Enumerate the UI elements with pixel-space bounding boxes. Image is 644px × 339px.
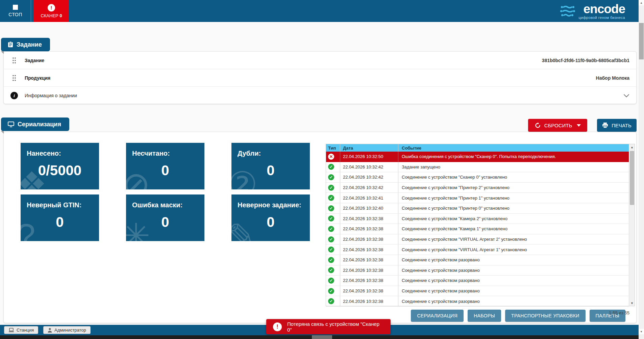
- event-type-cell: ✓ ✕: [326, 224, 340, 234]
- event-text-cell: Соединение с устройством разорвано: [398, 255, 629, 265]
- event-table-row[interactable]: ✓ ✕ 22.04.2026 10:32:38 Соединение с уст…: [326, 286, 629, 296]
- event-text-cell: Соединение с устройством "Принтер 2" уст…: [398, 183, 629, 193]
- event-table-row[interactable]: ✓ ✕ 22.04.2026 10:32:50 Ошибка соединени…: [326, 152, 629, 162]
- chevron-down-icon[interactable]: [623, 94, 629, 98]
- event-table-header: Тип Дата Событие: [326, 144, 635, 152]
- stat-tile: ⊘ Несчитано: 0: [126, 143, 204, 189]
- stat-tile-label: Неверное задание:: [238, 201, 301, 209]
- station-button-label: Станция: [17, 328, 34, 333]
- scroll-down-icon[interactable]: ▼: [639, 329, 644, 334]
- footer-nav-button[interactable]: ТРАНСПОРТНЫЕ УПАКОВКИ: [505, 310, 586, 322]
- stat-tile-label: Ошибка маски:: [132, 201, 182, 209]
- event-type-cell: ✓ ✕: [326, 244, 340, 255]
- logo-tagline: цифровой геном бизнеса: [578, 16, 625, 20]
- product-value: Набор Молока: [596, 75, 636, 81]
- event-text-cell: Соединение с устройством "Принтер 0" уст…: [398, 203, 629, 213]
- table-scrollbar[interactable]: ▲ ▼: [629, 144, 635, 306]
- event-type-cell: ✓ ✕: [326, 193, 340, 203]
- event-table-row[interactable]: ✓ ✕ 22.04.2026 10:32:38 Соединение с уст…: [326, 265, 629, 276]
- event-type-cell: ✓ ✕: [326, 296, 340, 306]
- dna-logo-icon: [560, 4, 575, 19]
- drag-handle-icon[interactable]: [12, 57, 16, 64]
- task-id-row[interactable]: Задание 381b0bcf-2fd6-11f0-9a0b-6805caf3…: [4, 52, 636, 69]
- reset-button-label: СБРОСИТЬ: [544, 123, 572, 128]
- footer-buttons: СЕРИАЛИЗАЦИЯ НАБОРЫ ТРАНСПОРТНЫЕ УПАКОВК…: [411, 310, 625, 322]
- page-scrollbar-thumb[interactable]: [639, 23, 644, 59]
- event-table-row[interactable]: ✓ ✕ 22.04.2026 10:32:40 Соединение с уст…: [326, 203, 629, 214]
- reset-button[interactable]: СБРОСИТЬ: [528, 119, 587, 132]
- scanner-alert-button[interactable]: ! СКАНЕР 0: [34, 0, 69, 22]
- success-check-icon: ✓: [328, 236, 334, 242]
- connection-lost-toast[interactable]: ! Потеряна связь с устройством "Сканер 0…: [266, 319, 391, 334]
- stat-tile-value: 0: [126, 214, 204, 230]
- event-type-cell: ✓ ✕: [326, 214, 340, 224]
- error-cross-icon: ✕: [328, 154, 334, 160]
- taskbar-edge: [0, 335, 644, 339]
- table-scrollbar-thumb[interactable]: [630, 151, 634, 205]
- task-section-tab[interactable]: Задание: [1, 38, 50, 51]
- scroll-up-icon[interactable]: ▲: [629, 144, 635, 150]
- serialization-section-title: Сериализация: [18, 121, 61, 128]
- station-button[interactable]: Станция: [4, 326, 38, 334]
- event-table-row[interactable]: ✓ ✕ 22.04.2026 10:32:38 Соединение с уст…: [326, 224, 629, 234]
- event-table-row[interactable]: ✓ ✕ 22.04.2026 10:32:38 Соединение с уст…: [326, 244, 629, 255]
- event-table-row[interactable]: ✓ ✕ 22.04.2026 10:32:42 Соединение с уст…: [326, 172, 629, 183]
- task-info-row[interactable]: i Информация о задании: [4, 87, 636, 104]
- product-row[interactable]: Продукция Набор Молока: [4, 69, 636, 87]
- scroll-up-icon[interactable]: ▲: [639, 0, 644, 5]
- event-text-cell: Соединение с устройством "VIRTUAL Агрега…: [398, 244, 629, 255]
- event-date-cell: 22.04.2026 10:32:38: [340, 286, 398, 296]
- info-icon: i: [10, 92, 18, 99]
- event-table-row[interactable]: ✓ ✕ 22.04.2026 10:32:38 Соединение с уст…: [326, 234, 629, 245]
- stop-button[interactable]: СТОП: [0, 0, 31, 22]
- event-text-cell: Соединение с устройством "Принтер 1" уст…: [398, 193, 629, 203]
- printer-icon: [602, 123, 608, 128]
- footer-nav-button[interactable]: НАБОРЫ: [468, 310, 501, 322]
- column-header-event: Событие: [398, 144, 635, 152]
- stat-tile: ? Неверный GTIN: 0: [21, 194, 99, 241]
- stat-tile-value: 0: [126, 162, 204, 179]
- top-toolbar: СТОП ! СКАНЕР 0 encode цифровой геном би…: [0, 0, 639, 22]
- stat-tile-label: Дубли:: [238, 150, 261, 157]
- event-table-row[interactable]: ✓ ✕ 22.04.2026 10:32:38 Соединение с уст…: [326, 255, 629, 265]
- event-date-cell: 22.04.2026 10:32:38: [340, 296, 398, 306]
- event-table-row[interactable]: ✓ ✕ 22.04.2026 10:32:38 Соединение с уст…: [326, 214, 629, 224]
- event-date-cell: 22.04.2026 10:32:38: [340, 234, 398, 244]
- serialization-card: ❖ Нанесено: 0/5000 ⊘ Несчитано: 0 ② Дубл…: [3, 132, 637, 323]
- event-table-row[interactable]: ✓ ✕ 22.04.2026 10:32:42 Соединение с уст…: [326, 183, 629, 193]
- dropdown-caret-icon: [577, 124, 581, 127]
- event-date-cell: 22.04.2026 10:32:50: [340, 152, 398, 162]
- event-table-row[interactable]: ✓ ✕ 22.04.2026 10:32:38 Соединение с уст…: [326, 296, 629, 307]
- event-table-row[interactable]: ✓ ✕ 22.04.2026 10:32:41 Соединение с уст…: [326, 193, 629, 203]
- encode-logo: encode цифровой геном бизнеса: [560, 3, 625, 20]
- scanner-button-label: СКАНЕР 0: [41, 13, 62, 18]
- event-table-row[interactable]: ✓ ✕ 22.04.2026 10:32:38 Соединение с уст…: [326, 276, 629, 286]
- success-check-icon: ✓: [328, 226, 334, 232]
- success-check-icon: ✓: [328, 246, 334, 253]
- user-button[interactable]: Администратор: [43, 326, 91, 334]
- event-date-cell: 22.04.2026 10:32:38: [340, 255, 398, 265]
- scroll-down-icon[interactable]: ▼: [629, 300, 635, 306]
- stat-tile-label: Нанесено:: [27, 150, 61, 157]
- task-card: Задание 381b0bcf-2fd6-11f0-9a0b-6805caf3…: [3, 51, 637, 104]
- product-row-label: Продукция: [25, 75, 50, 81]
- taskbar-edge-segment: [312, 335, 332, 339]
- stat-tile: ❖ Нанесено: 0/5000: [21, 143, 99, 189]
- success-check-icon: ✓: [328, 195, 334, 201]
- drag-handle-icon[interactable]: [12, 75, 16, 81]
- refresh-icon: [535, 122, 541, 129]
- scanner-count: 0: [59, 13, 62, 18]
- clipboard-icon: [8, 42, 13, 48]
- serialization-section-tab[interactable]: Сериализация: [1, 118, 69, 131]
- event-date-cell: 22.04.2026 10:32:42: [340, 172, 398, 182]
- event-table-row[interactable]: ✓ ✕ 22.04.2026 10:32:42 Задание запущено: [326, 162, 629, 173]
- event-date-cell: 22.04.2026 10:32:38: [340, 244, 398, 255]
- footer-nav-button[interactable]: СЕРИАЛИЗАЦИЯ: [411, 310, 464, 322]
- page-scrollbar[interactable]: ▲ ▼: [639, 0, 644, 339]
- print-button[interactable]: ПЕЧАТЬ: [597, 119, 637, 132]
- exclamation-icon: !: [273, 322, 282, 331]
- event-date-cell: 22.04.2026 10:32:38: [340, 224, 398, 234]
- stat-tile: ② Дубли: 0: [231, 143, 310, 189]
- success-check-icon: ✓: [328, 174, 334, 180]
- event-date-cell: 22.04.2026 10:32:40: [340, 203, 398, 213]
